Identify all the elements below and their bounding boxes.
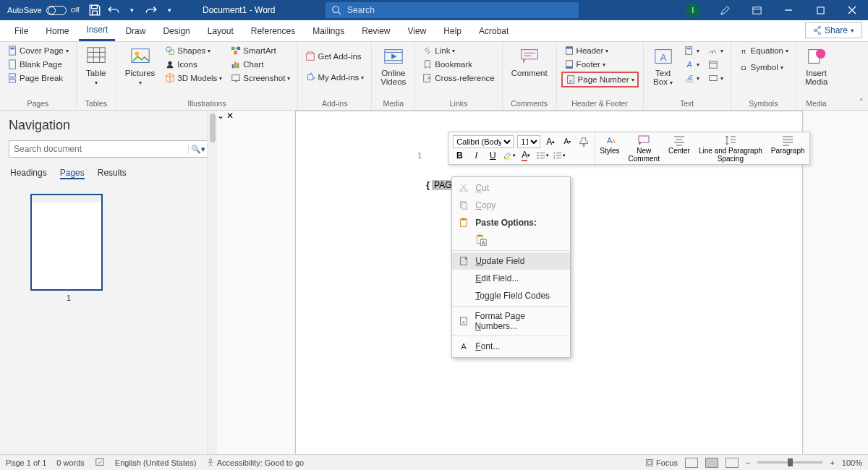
blank-page-button[interactable]: Blank Page <box>4 58 72 71</box>
screenshot-button[interactable]: Screenshot ▾ <box>228 72 293 85</box>
drawing-mode-icon[interactable] <box>709 0 741 20</box>
textbox-button[interactable]: AText Box ▾ <box>648 44 678 87</box>
font-size-select[interactable]: 11 <box>517 135 540 148</box>
zoom-slider[interactable] <box>757 461 822 463</box>
online-videos-button[interactable]: Online Videos <box>376 44 410 87</box>
font-color-button[interactable]: A▾ <box>519 149 532 162</box>
menu-update-field[interactable]: Update Field <box>452 252 570 270</box>
object-button[interactable]: ▾ <box>705 72 726 85</box>
undo-dropdown-icon[interactable]: ▾ <box>126 4 139 17</box>
tab-review[interactable]: Review <box>354 22 397 40</box>
save-icon[interactable] <box>88 4 101 17</box>
tab-draw[interactable]: Draw <box>118 22 153 40</box>
read-mode-icon[interactable] <box>685 458 698 468</box>
smartart-button[interactable]: SmartArt <box>228 44 293 57</box>
tab-insert[interactable]: Insert <box>79 20 115 41</box>
tab-layout[interactable]: Layout <box>200 22 241 40</box>
bookmark-button[interactable]: Bookmark <box>420 58 497 71</box>
web-layout-icon[interactable] <box>726 458 739 468</box>
menu-paste-keep-text[interactable]: A <box>452 231 570 249</box>
cover-page-button[interactable]: Cover Page ▾ <box>4 44 72 57</box>
zoom-level[interactable]: 100% <box>842 458 862 467</box>
icons-button[interactable]: Icons <box>162 58 225 71</box>
nav-tab-results[interactable]: Results <box>98 168 127 179</box>
zoom-in-icon[interactable]: + <box>830 458 834 467</box>
drop-cap-button[interactable]: A▾ <box>681 72 702 85</box>
shapes-button[interactable]: Shapes ▾ <box>162 44 225 57</box>
zoom-out-icon[interactable]: − <box>746 458 750 467</box>
signature-button[interactable]: ▾ <box>705 44 726 57</box>
bold-button[interactable]: B <box>453 149 466 162</box>
nav-search-input[interactable] <box>9 144 188 154</box>
menu-format-page-numbers[interactable]: #Format Page Numbers... <box>452 308 570 334</box>
menu-toggle-field-codes[interactable]: Toggle Field Codes <box>452 287 570 304</box>
new-comment-button[interactable]: New Comment <box>624 132 664 164</box>
header-button[interactable]: Header ▾ <box>561 44 639 57</box>
page-thumbnail[interactable] <box>30 194 103 291</box>
undo-icon[interactable] <box>107 4 120 17</box>
tab-mailings[interactable]: Mailings <box>305 22 352 40</box>
share-button[interactable]: Share ▾ <box>805 22 862 38</box>
italic-button[interactable]: I <box>469 149 482 162</box>
nav-tab-pages[interactable]: Pages <box>60 168 85 179</box>
underline-button[interactable]: U <box>486 149 499 162</box>
increase-font-icon[interactable]: A▴ <box>544 135 557 148</box>
qat-dropdown-icon[interactable]: ▾ <box>163 4 176 17</box>
styles-button[interactable]: AAStyles <box>595 132 624 164</box>
chart-button[interactable]: Chart <box>228 58 293 71</box>
maximize-icon[interactable] <box>804 0 836 20</box>
equation-button[interactable]: πEquation ▾ <box>736 44 791 57</box>
date-time-button[interactable] <box>705 58 726 71</box>
insert-media-button[interactable]: Insert Media <box>801 44 832 87</box>
numbering-button[interactable]: 123▾ <box>553 149 566 162</box>
nav-tab-headings[interactable]: Headings <box>10 168 47 179</box>
nav-close-icon[interactable]: ✕ <box>226 111 234 121</box>
user-avatar[interactable]: I <box>686 3 700 17</box>
line-spacing-button[interactable]: Line and Paragraph Spacing <box>694 132 767 164</box>
format-painter-icon[interactable] <box>577 135 590 148</box>
symbol-button[interactable]: ΩSymbol ▾ <box>736 61 791 74</box>
print-layout-icon[interactable] <box>705 458 718 468</box>
cross-reference-button[interactable]: Cross-reference <box>420 72 497 85</box>
tab-home[interactable]: Home <box>38 22 76 40</box>
page-number-button[interactable]: #Page Number ▾ <box>561 72 639 87</box>
tab-references[interactable]: References <box>244 22 302 40</box>
menu-font[interactable]: AFont... <box>452 338 570 355</box>
tab-help[interactable]: Help <box>436 22 469 40</box>
highlight-button[interactable]: ▾ <box>503 149 516 162</box>
status-spell-icon[interactable] <box>95 457 105 469</box>
redo-icon[interactable] <box>145 4 158 17</box>
status-focus[interactable]: Focus <box>645 458 678 467</box>
footer-button[interactable]: Footer ▾ <box>561 58 639 71</box>
tab-acrobat[interactable]: Acrobat <box>472 22 516 40</box>
nav-scrollbar[interactable] <box>207 111 217 454</box>
autosave-switch[interactable] <box>46 6 67 15</box>
comment-button[interactable]: Comment <box>507 44 552 79</box>
tab-view[interactable]: View <box>401 22 434 40</box>
pictures-button[interactable]: Pictures▾ <box>121 44 160 87</box>
table-button[interactable]: Table▾ <box>81 44 111 87</box>
page[interactable]: 1 { PAGE } Calibri (Body) 11 A▴ A▾ B I U… <box>295 111 803 454</box>
decrease-font-icon[interactable]: A▾ <box>561 135 574 148</box>
tab-file[interactable]: File <box>7 22 35 40</box>
status-language[interactable]: English (United States) <box>115 458 197 467</box>
bullets-button[interactable]: ▾ <box>536 149 549 162</box>
3d-models-button[interactable]: 3D Models ▾ <box>162 72 225 85</box>
collapse-ribbon-icon[interactable]: ˄ <box>859 98 864 107</box>
minimize-icon[interactable] <box>773 0 804 20</box>
menu-edit-field[interactable]: Edit Field... <box>452 270 570 287</box>
status-words[interactable]: 0 words <box>56 458 85 467</box>
nav-search-submit[interactable]: 🔍▾ <box>188 145 207 154</box>
search-bar[interactable]: Search <box>326 2 579 18</box>
nav-search[interactable]: 🔍▾ <box>9 140 208 158</box>
tab-design[interactable]: Design <box>156 22 197 40</box>
center-button[interactable]: Center <box>664 132 694 164</box>
status-page[interactable]: Page 1 of 1 <box>6 458 46 467</box>
my-addins-button[interactable]: My Add-ins ▾ <box>302 71 367 84</box>
ribbon-display-icon[interactable] <box>741 0 773 20</box>
nav-dropdown-icon[interactable]: ⌄ <box>217 111 224 121</box>
autosave-toggle[interactable]: AutoSave Off <box>7 6 80 15</box>
wordart-button[interactable]: A▾ <box>681 58 702 71</box>
page-break-button[interactable]: Page Break <box>4 72 72 85</box>
link-button[interactable]: Link ▾ <box>420 44 497 57</box>
